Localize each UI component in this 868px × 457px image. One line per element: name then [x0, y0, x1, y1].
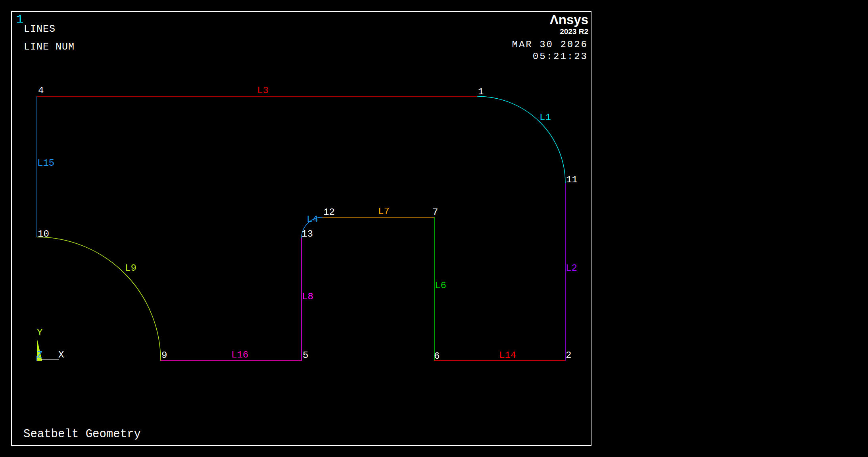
line-label-L6: L6 — [435, 280, 446, 291]
keypoint-label-2: 2 — [566, 350, 571, 361]
keypoint-label-10: 10 — [38, 229, 49, 239]
keypoint-label-1: 1 — [478, 86, 484, 97]
line-L9[interactable] — [37, 237, 161, 361]
keypoint-label-7: 7 — [432, 207, 438, 218]
keypoint-label-6: 6 — [434, 351, 440, 361]
line-label-L1: L1 — [540, 112, 551, 123]
line-label-L16: L16 — [231, 350, 248, 360]
plot-caption: Seatbelt Geometry — [23, 428, 141, 440]
line-L1[interactable] — [477, 96, 565, 183]
line-label-L9: L9 — [125, 263, 136, 273]
line-label-L14: L14 — [499, 350, 516, 361]
line-label-L2: L2 — [566, 263, 577, 273]
keypoint-label-5: 5 — [303, 350, 308, 361]
ansys-graphics-screen: 1 LINES LINE NUM Λnsys 2023 R2 MAR 30 20… — [0, 0, 868, 457]
triad-z-label: Z — [37, 350, 42, 360]
keypoint-label-4: 4 — [38, 85, 44, 96]
line-label-L4: L4 — [307, 214, 318, 225]
triad-x-label: X — [58, 350, 64, 360]
line-label-L8: L8 — [302, 291, 313, 302]
keypoint-label-12: 12 — [323, 207, 335, 218]
keypoint-label-9: 9 — [161, 350, 167, 361]
line-plot-canvas[interactable]: L1 L2 L3 L4 L6 L7 L8 L9 L14 L15 L16 4 1 … — [12, 12, 591, 445]
triad-y-label: Y — [37, 327, 42, 338]
graphics-plot-window[interactable]: 1 LINES LINE NUM Λnsys 2023 R2 MAR 30 20… — [11, 11, 591, 446]
keypoint-label-13: 13 — [301, 229, 313, 239]
line-label-L7: L7 — [378, 206, 390, 217]
keypoint-label-11: 11 — [566, 174, 578, 185]
line-label-L15: L15 — [37, 158, 54, 168]
line-label-L3: L3 — [257, 85, 269, 96]
triad: Y Z X — [37, 327, 64, 361]
